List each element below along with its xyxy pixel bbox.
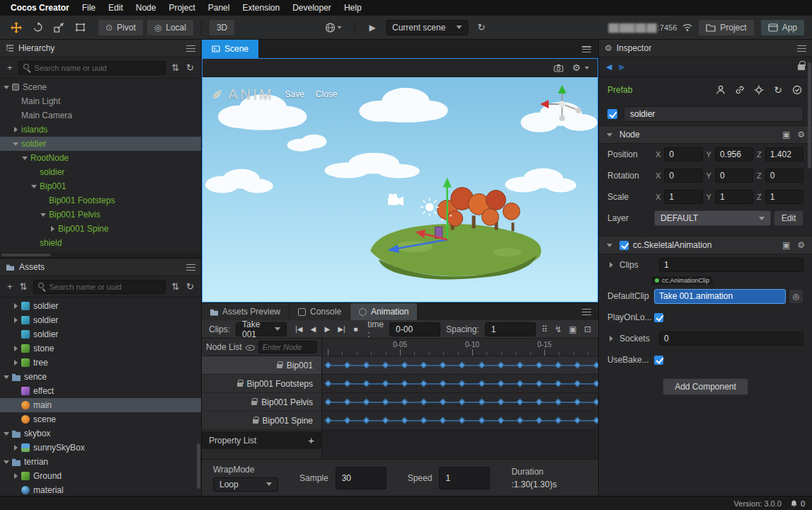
play-button[interactable]: ▶ bbox=[363, 19, 382, 36]
assets-menu-icon[interactable] bbox=[186, 264, 195, 271]
track-lane-bip001[interactable] bbox=[322, 356, 598, 375]
caret-down-icon[interactable] bbox=[606, 131, 614, 138]
prefab-apply-button[interactable] bbox=[791, 84, 804, 96]
assets-search-input[interactable] bbox=[50, 283, 161, 291]
hierarchy-item-scene[interactable]: Scene bbox=[0, 80, 201, 94]
keyframe-diamond[interactable] bbox=[324, 417, 331, 424]
tab-scene[interactable]: Scene bbox=[202, 40, 258, 58]
speed-input[interactable] bbox=[439, 467, 490, 489]
hierarchy-item-rootnode[interactable]: RootNode bbox=[0, 151, 201, 165]
assets-item-sence[interactable]: sence bbox=[0, 370, 201, 384]
pivot-button[interactable]: ⊙ Pivot bbox=[98, 19, 144, 36]
keyframe-diamond[interactable] bbox=[555, 380, 562, 387]
hierarchy-item-bip001[interactable]: Bip001 bbox=[0, 179, 201, 193]
caret-down-icon[interactable] bbox=[40, 211, 47, 218]
node-name-input[interactable] bbox=[624, 106, 804, 122]
keyframe-diamond[interactable] bbox=[401, 417, 408, 424]
keyframe-diamond[interactable] bbox=[516, 380, 523, 387]
gear-icon[interactable]: ⚙ bbox=[797, 240, 805, 250]
caret-right-icon[interactable] bbox=[12, 472, 20, 480]
enter-node-input[interactable] bbox=[258, 341, 317, 353]
keyframe-diamond[interactable] bbox=[459, 380, 466, 387]
keyframe-diamond[interactable] bbox=[535, 399, 542, 406]
keyframe-diamond[interactable] bbox=[401, 399, 408, 406]
caret-down-icon[interactable] bbox=[12, 140, 20, 147]
history-back-button[interactable]: ◀ bbox=[606, 62, 612, 72]
prefab-locate-button[interactable] bbox=[753, 84, 765, 96]
bottom-menu-icon[interactable] bbox=[582, 309, 591, 315]
assets-item-soldier[interactable]: soldier bbox=[0, 327, 201, 341]
sample-input[interactable] bbox=[336, 467, 387, 489]
assets-item-ground[interactable]: Ground bbox=[0, 469, 201, 483]
hierarchy-hscrollbar[interactable] bbox=[0, 252, 201, 258]
timeline-ruler[interactable]: 0-050-100-15 bbox=[322, 339, 598, 356]
caret-right-icon[interactable] bbox=[49, 225, 57, 232]
keyframe-diamond[interactable] bbox=[478, 362, 485, 369]
keyframe-diamond[interactable] bbox=[535, 380, 542, 387]
scene-capture-button[interactable] bbox=[554, 64, 564, 72]
layer-edit-button[interactable]: Edit bbox=[774, 210, 804, 226]
skip-start-button[interactable]: |◀ bbox=[292, 322, 305, 336]
save-clip-icon[interactable]: ▣ bbox=[569, 324, 577, 334]
inspector-scrollbar[interactable] bbox=[808, 62, 811, 169]
assets-item-soldier[interactable]: soldier bbox=[0, 313, 201, 327]
caret-down-icon[interactable] bbox=[3, 84, 11, 91]
rect-tool-button[interactable] bbox=[71, 19, 89, 36]
assets-add-button[interactable]: + bbox=[6, 281, 14, 292]
spacing-input[interactable] bbox=[485, 322, 536, 336]
keyframe-diamond[interactable] bbox=[382, 417, 389, 424]
keyframe-diamond[interactable] bbox=[401, 362, 408, 369]
prefab-unlink-button[interactable] bbox=[714, 84, 727, 96]
hierarchy-item-islands[interactable]: islands bbox=[0, 123, 201, 137]
menu-item-edit[interactable]: Edit bbox=[102, 0, 130, 16]
keyframe-diamond[interactable] bbox=[516, 417, 523, 424]
input-rotation-z[interactable] bbox=[765, 169, 804, 183]
caret-down-icon[interactable] bbox=[3, 373, 11, 380]
caret-right-icon[interactable] bbox=[12, 345, 20, 352]
keyframe-diamond[interactable] bbox=[440, 362, 447, 369]
keyframe-diamond[interactable] bbox=[324, 399, 331, 406]
add-component-button[interactable]: Add Component bbox=[663, 378, 748, 395]
hierarchy-search-input[interactable] bbox=[35, 64, 161, 72]
track-lane-bip001-spine[interactable] bbox=[322, 412, 598, 430]
keyframe-diamond[interactable] bbox=[343, 380, 350, 387]
keyframe-diamond[interactable] bbox=[421, 380, 428, 387]
assets-sort-icon[interactable]: ⇅ bbox=[18, 281, 29, 292]
keyframe-diamond[interactable] bbox=[382, 380, 389, 387]
scale-tool-button[interactable] bbox=[50, 19, 68, 36]
keyframe-diamond[interactable] bbox=[497, 380, 504, 387]
keyframe-diamond[interactable] bbox=[478, 399, 485, 406]
device-preview-button[interactable] bbox=[321, 19, 345, 36]
input-rotation-x[interactable] bbox=[664, 169, 702, 183]
assets-item-tree[interactable]: tree bbox=[0, 356, 201, 370]
clips-count-input[interactable] bbox=[659, 258, 804, 272]
keyframe-diamond[interactable] bbox=[555, 417, 562, 424]
keyframe-diamond[interactable] bbox=[478, 417, 485, 424]
caret-down-icon[interactable] bbox=[3, 430, 11, 437]
menu-item-project[interactable]: Project bbox=[162, 0, 201, 16]
open-project-button[interactable]: Project bbox=[698, 19, 754, 36]
keyframe-diamond[interactable] bbox=[421, 417, 428, 424]
notifications-button[interactable]: 0 bbox=[790, 499, 805, 508]
keyframe-diamond[interactable] bbox=[440, 399, 447, 406]
hierarchy-menu-icon[interactable] bbox=[186, 45, 195, 52]
scene-settings-button[interactable]: ⚙ bbox=[572, 62, 589, 73]
refresh-scene-button[interactable]: ↻ bbox=[472, 19, 491, 36]
input-scale-z[interactable] bbox=[765, 190, 804, 204]
input-position-z[interactable] bbox=[765, 147, 804, 162]
keyframe-diamond[interactable] bbox=[555, 399, 562, 406]
menu-item-extension[interactable]: Extension bbox=[236, 0, 286, 16]
add-property-button[interactable]: + bbox=[308, 434, 314, 446]
assets-refresh-icon[interactable]: ↻ bbox=[185, 281, 195, 292]
keyframe-diamond[interactable] bbox=[574, 380, 581, 387]
keyframe-diamond[interactable] bbox=[362, 399, 370, 406]
keyframe-diamond[interactable] bbox=[574, 362, 581, 369]
assets-item-sunnyskybox[interactable]: sunnySkyBox bbox=[0, 441, 201, 455]
scene-menu-icon[interactable] bbox=[582, 46, 591, 52]
gear-icon[interactable]: ⚙ bbox=[797, 130, 805, 140]
layer-select[interactable]: DEFAULT bbox=[654, 210, 771, 226]
eye-icon[interactable] bbox=[246, 343, 255, 351]
keyframe-diamond[interactable] bbox=[574, 417, 581, 424]
assets-item-effect[interactable]: effect bbox=[0, 384, 201, 398]
hierarchy-refresh-icon[interactable]: ↻ bbox=[185, 62, 195, 73]
